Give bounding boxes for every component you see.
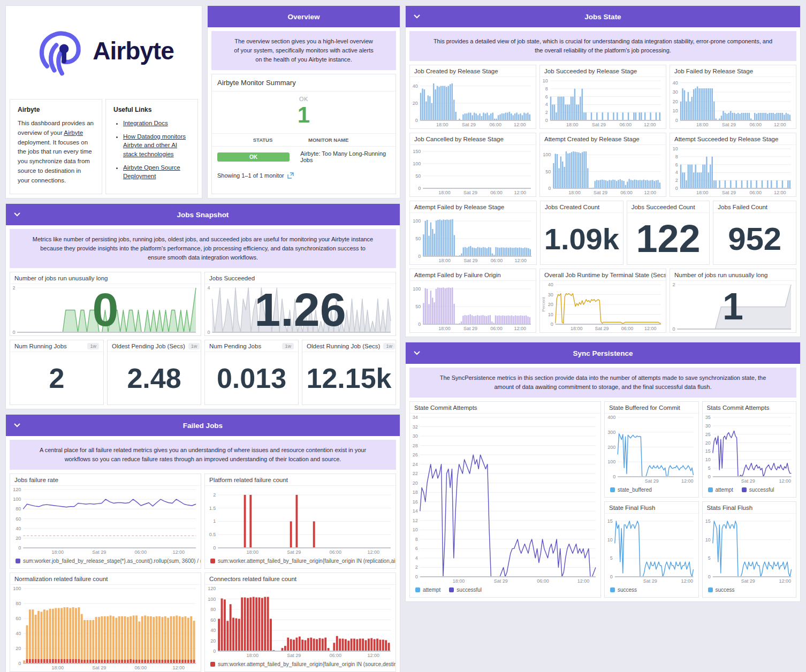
link-integration-docs[interactable]: Integration Docs [123,120,168,126]
query-value: 952 [713,213,796,264]
chart-job-created-by-release-stage[interactable]: Job Created by Release Stage 0204018:00S… [409,65,536,129]
legend-item[interactable]: sum:worker.attempt_failed_by_failure_ori… [210,558,396,564]
svg-text:0: 0 [207,330,210,335]
airbyte-wordmark: Airbyte [93,36,173,65]
chart-area[interactable]: 05101520253035Sat 2912:00 [703,414,796,485]
chart-area[interactable]: 024681018:00Sat 2906:0012:00 [670,145,796,196]
legend-item[interactable]: attempt [415,587,440,593]
chart-attempt-created-by-release-stage[interactable]: Attempt Created by Release Stage 0501001… [539,133,666,197]
chart-stats-final-flush[interactable]: Stats Final Flush 051015Sat 2912:00 succ… [702,501,797,598]
chart-area[interactable]: 02040608010018:00Sat 2906:0012:00 [10,585,201,671]
chevron-down-icon[interactable] [14,423,20,427]
link-airbyte-open-source-deployment[interactable]: Airbyte Open Source Deployment [123,164,180,180]
qv-jobs-created-count[interactable]: Jobs Created Count 1.09k [540,201,623,265]
chart-area[interactable]: 0 02 [10,284,201,335]
overview-header[interactable]: Overview [208,6,400,27]
chart-number-jobs-unusually-long[interactable]: Number of jobs run unusually long 0 02 [10,272,201,336]
svg-text:50: 50 [415,304,421,309]
chart-area[interactable]: 1.26 04 [205,284,396,335]
chart-area[interactable]: 0100200300400Sat 2912:00 [605,414,698,485]
external-link-icon[interactable] [287,172,294,179]
chart-area[interactable]: 024681018:00Sat 2906:0012:00 [540,77,666,128]
svg-text:0: 0 [418,322,421,327]
failed-jobs-note: A central place for all failure related … [10,440,396,470]
legend-item[interactable]: sum:worker.job_failed_by_release_stage{*… [16,558,201,564]
legend-item[interactable]: attempt [708,487,733,493]
legend-item[interactable]: successful [742,487,774,493]
chart-area[interactable]: 051015Sat 2912:00 [605,514,698,585]
chart-area[interactable]: 05010015018:00Sat 2906:0012:00 [410,145,536,196]
chart-state-buffered-for-commit[interactable]: State Buffered for Commit 0100200300400S… [604,401,699,498]
svg-text:Sat 29: Sat 29 [592,122,606,127]
chart-state-final-flush[interactable]: State Final Flush 051015Sat 2912:00 succ… [604,501,699,598]
chart-area[interactable]: 024681012141618202224262830323418:00Sat … [410,414,600,585]
sync-persistence-header[interactable]: Sync Persistence [406,342,800,364]
chart-attempt-failed-by-failure-origin[interactable]: Attempt Failed by Failure Origin 0501001… [409,269,536,333]
monitor-summary-card[interactable]: Airbyte Monitor Summary OK 1 STATUS MONI… [211,74,396,194]
legend-item[interactable]: sum:worker.attempt_failed_by_failure_ori… [210,661,396,667]
chart-area[interactable]: 02040608010012018:00Sat 2906:0012:00 [205,585,396,659]
svg-text:1: 1 [213,519,216,524]
chart-area[interactable]: 05010018:00Sat 2906:0012:00 [540,145,666,196]
chart-attempt-failed-by-release-stage[interactable]: Attempt Failed by Release Stage 05010018… [409,201,537,265]
airbyte-link[interactable]: Airbyte [64,129,83,136]
svg-text:12:00: 12:00 [774,122,786,127]
monitor-name-link[interactable]: Airbyte: Too Many Long-Running Jobs [300,150,390,163]
chart-area[interactable]: 051015Sat 2912:00 [703,514,796,585]
jobs-state-header[interactable]: Jobs State [406,6,800,27]
svg-text:Sat 29: Sat 29 [643,578,657,584]
svg-text:20: 20 [673,99,678,104]
svg-text:06:00: 06:00 [134,665,147,670]
chart-connectors-failure-count[interactable]: Connectors related failure count 0204060… [204,572,396,672]
chart-job-failed-by-release-stage[interactable]: Job Failed by Release Stage 01020304018:… [670,65,796,129]
svg-text:400: 400 [607,415,615,420]
chart-area[interactable]: 1 02 [670,281,796,332]
chart-jobs-succeeded[interactable]: Jobs Succeeded 1.26 04 [204,272,396,336]
chart-area[interactable]: 05010018:00Sat 2906:0012:00 [410,213,536,264]
svg-text:12:00: 12:00 [644,122,656,127]
chart-number-jobs-unusually-long-state[interactable]: Number of jobs run unusually long 1 02 [670,269,796,333]
chart-area[interactable]: 01020304018:00Sat 2906:0012:00 [670,77,796,128]
chart-platform-failure-count[interactable]: Platform related failure count 00.511.52… [204,474,396,569]
chart-area[interactable]: 010203040Percent18:00Sat 2906:0012:00 [540,281,666,332]
failed-jobs-header[interactable]: Failed Jobs [6,415,400,436]
chart-area[interactable]: 05010018:00Sat 2906:0012:00 [410,281,536,332]
monitor-row[interactable]: OK Airbyte: Too Many Long-Running Jobs [212,147,396,167]
legend-item[interactable]: success [610,587,637,593]
chart-jobs-failure-rate[interactable]: Jobs failure rate 02040608010012018:00Sa… [10,474,201,569]
qv-num-running-jobs[interactable]: Num Running Jobs1w 2 [10,340,104,405]
chart-overall-job-runtime[interactable]: Overall Job Runtime by Terminal State (S… [539,269,666,333]
qv-num-pending-jobs[interactable]: Num Pending Jobs1w 0.013 [204,340,299,405]
qv-jobs-failed-count[interactable]: Jobs Failed Count 952 [713,201,796,265]
chart-job-cancelled-by-release-stage[interactable]: Job Cancelled by Release Stage 050100150… [409,133,536,197]
svg-text:Sat 29: Sat 29 [645,478,659,484]
chart-normalization-failure-count[interactable]: Normalization related failure count 0204… [10,572,201,672]
timeframe-badge: 1w [87,343,99,349]
link-how-datadog-monitors-airbyte[interactable]: How Datadog monitors Airbyte and other A… [123,133,186,157]
svg-text:Sat 29: Sat 29 [463,190,477,195]
chart-legend: sum:worker.attempt_failed_by_failure_ori… [205,556,396,568]
svg-text:06:00: 06:00 [621,326,634,331]
qv-jobs-succeeded-count[interactable]: Jobs Succeeded Count 122 [627,201,710,265]
chevron-down-icon[interactable] [414,14,420,19]
chart-state-commit-attempts[interactable]: State Commit Attempts 024681012141618202… [409,401,601,598]
svg-text:0: 0 [12,330,15,335]
svg-text:40: 40 [16,631,21,636]
chevron-down-icon[interactable] [14,212,20,217]
chart-attempt-succeeded-by-release-stage[interactable]: Attempt Succeeded by Release Stage 02468… [670,133,796,197]
jobs-snapshot-header[interactable]: Jobs Snapshot [6,204,400,225]
qv-oldest-running-job[interactable]: Oldest Running Job (Secs)1w 12.15k [302,340,396,405]
legend-item[interactable]: successful [449,587,482,593]
chevron-down-icon[interactable] [414,351,420,355]
legend-item[interactable]: success [708,587,735,593]
about-card: Airbyte This dashboard provides an overv… [10,99,102,194]
svg-text:40: 40 [413,83,418,89]
chart-stats-commit-attempts[interactable]: Stats Commit Attempts 05101520253035Sat … [702,401,797,498]
svg-text:100: 100 [208,597,216,602]
chart-area[interactable]: 0204018:00Sat 2906:0012:00 [410,77,536,128]
legend-item[interactable]: state_buffered [610,487,652,493]
chart-area[interactable]: 02040608010012018:00Sat 2906:0012:00 [10,486,201,556]
qv-oldest-pending-job[interactable]: Oldest Pending Job (Secs)1w 2.48 [107,340,201,405]
chart-job-succeeded-by-release-stage[interactable]: Job Succeeded by Release Stage 024681018… [539,65,666,129]
chart-area[interactable]: 00.511.5218:00Sat 2906:0012:00 [205,486,396,556]
